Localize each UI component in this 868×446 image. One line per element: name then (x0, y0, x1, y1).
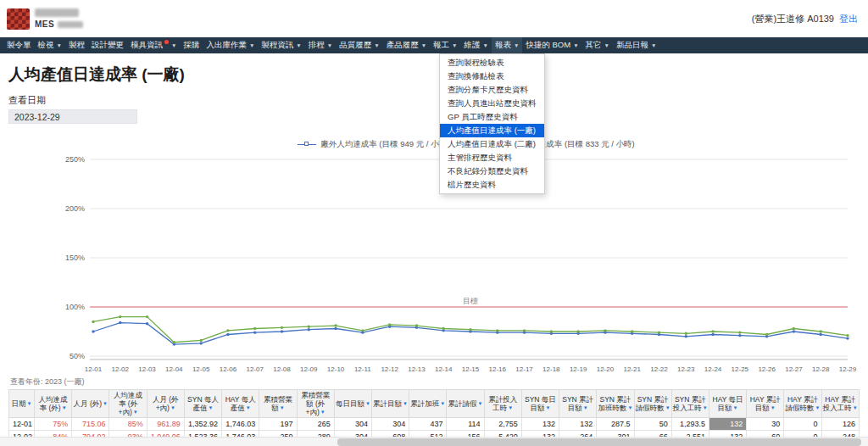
table-block: 查看年份: 2023 (一廠) 日期▼人均達成率 (外)▼人月 (外)▼人均達成… (8, 376, 860, 443)
table-cell: 132 (709, 418, 746, 431)
company-subtext-redacted (58, 21, 83, 28)
logo-icon (7, 8, 30, 30)
svg-text:12-06: 12-06 (220, 365, 237, 373)
nav-item-label: 檢視 (38, 40, 54, 51)
nav-item-其它[interactable]: 其它▼ (582, 37, 613, 53)
chevron-down-icon: ▼ (651, 42, 656, 48)
chart-block: 廠外人均達成率 (目標 949 元 / 小時)廠內外人均達成率 (目標 833 … (8, 139, 860, 375)
column-header[interactable]: HAY 每人產值▼ (222, 390, 259, 418)
column-header[interactable]: 人月 (外)▼ (72, 390, 109, 418)
nav-item-設計變更[interactable]: 設計變更 (88, 37, 127, 53)
dropdown-item[interactable]: 主管排程歷史資料 (440, 151, 544, 164)
table-row: 12-0175%715.0685%961.891,352.921,746.031… (9, 418, 860, 431)
column-header[interactable]: 累計請假▼ (447, 390, 484, 418)
column-header-label: 累積營業額 (外+內) (301, 391, 330, 416)
dropdown-item[interactable]: 不良紀錄分類歷史資料 (440, 164, 544, 178)
column-header[interactable]: SYN 每人產值▼ (184, 390, 221, 418)
nav-item-label: 採購 (183, 40, 199, 51)
dropdown-item[interactable]: 查詢分釐卡尺歷史資料 (440, 83, 544, 97)
table-cell: 287.5 (597, 418, 634, 431)
nav-item-產品履歷[interactable]: 產品履歷▼ (383, 37, 430, 53)
column-header[interactable]: 人均達成率 (外)▼ (35, 390, 72, 418)
legend-item[interactable]: 廠外人均達成率 (目標 949 元 / 小時) (298, 139, 449, 150)
column-header[interactable]: HAY 累計目額▼ (747, 390, 784, 418)
sort-icon: ▼ (27, 401, 32, 406)
nav-item-排程[interactable]: 排程▼ (305, 37, 336, 53)
svg-text:12-28: 12-28 (812, 365, 830, 373)
column-header[interactable]: 累計加班▼ (409, 390, 447, 418)
column-header[interactable]: HAY 累計請假時數▼ (784, 390, 821, 418)
dropdown-item[interactable]: 檔片歷史資料 (440, 178, 544, 192)
column-header[interactable]: SYN 每日目額▼ (521, 390, 559, 418)
nav-item-報表[interactable]: 報表▼ (492, 37, 522, 53)
column-header-label: SYN 每日目額 (525, 395, 556, 412)
dropdown-item[interactable]: 人均產值日達成率 (二廠) (440, 137, 544, 151)
horizontal-scrollbar[interactable] (0, 437, 868, 446)
table-cell: 304 (334, 418, 371, 431)
table-cell: 715.06 (72, 418, 109, 431)
column-header-label: HAY 每人產值 (225, 395, 256, 412)
nav-item-label: 模具資訊 (131, 40, 163, 51)
svg-text:12-12: 12-12 (381, 365, 398, 373)
nav-item-報工[interactable]: 報工▼ (430, 37, 460, 53)
sort-icon: ▼ (627, 405, 632, 410)
table-cell: 85% (109, 418, 147, 431)
scrollbar-thumb[interactable] (337, 438, 861, 446)
svg-text:12-29: 12-29 (839, 365, 857, 373)
nav-item-label: 設計變更 (92, 40, 124, 51)
logout-link[interactable]: 登出 (839, 13, 858, 25)
column-header[interactable]: SYN 累計投入工時▼ (671, 390, 709, 418)
column-header[interactable]: 累計目額▼ (371, 390, 409, 418)
logo[interactable]: MES (7, 8, 83, 30)
svg-text:12-26: 12-26 (758, 365, 776, 373)
nav-item-品質履歷[interactable]: 品質履歷▼ (336, 37, 382, 53)
sort-icon: ▼ (703, 405, 708, 410)
line-chart[interactable]: 50%100%150%200%250%目標12-0112-0212-0312-0… (8, 149, 868, 375)
nav-item-維護[interactable]: 維護▼ (461, 37, 492, 53)
svg-text:12-10: 12-10 (327, 365, 345, 373)
nav-item-新品日報[interactable]: 新品日報▼ (613, 37, 659, 53)
dropdown-item[interactable]: 查詢換修點檢表 (440, 70, 544, 83)
nav-item-入出庫作業[interactable]: 入出庫作業▼ (203, 37, 258, 53)
column-header[interactable]: 累積營業額▼ (259, 390, 297, 418)
svg-text:12-27: 12-27 (785, 365, 803, 373)
svg-text:12-25: 12-25 (732, 365, 749, 373)
date-input[interactable] (8, 109, 137, 124)
sort-icon: ▼ (62, 405, 67, 410)
column-header[interactable]: 人月 (外+內)▼ (147, 390, 184, 418)
nav-item-檢視[interactable]: 檢視▼ (35, 37, 65, 53)
svg-text:100%: 100% (65, 303, 85, 311)
chevron-down-icon: ▼ (604, 42, 609, 48)
column-header-label: 累計加班 (410, 399, 439, 408)
nav-item-製程資訊[interactable]: 製程資訊▼ (258, 37, 304, 53)
nav-item-快捷的-BOM[interactable]: 快捷的 BOM▼ (522, 37, 581, 53)
nav-item-製令單[interactable]: 製令單 (3, 37, 35, 53)
column-header[interactable]: SYN 累計請假時數▼ (634, 390, 671, 418)
svg-text:12-01: 12-01 (85, 365, 103, 373)
nav-item-製程[interactable]: 製程 (65, 37, 88, 53)
column-header[interactable]: HAY 每日目額▼ (709, 390, 746, 418)
nav-item-label: 報工 (433, 40, 449, 51)
table-cell: 75% (35, 418, 72, 431)
dropdown-item[interactable]: 人均產值日達成率 (一廠) (440, 124, 544, 137)
nav-item-模具資訊[interactable]: 模具資訊▼ (127, 37, 180, 53)
dropdown-item[interactable]: 查詢製程檢驗表 (440, 56, 544, 70)
column-header[interactable]: 累計投入工時▼ (484, 390, 521, 418)
column-header[interactable]: 人均達成率 (外+內)▼ (109, 390, 147, 418)
column-header[interactable]: 累積營業額 (外+內)▼ (297, 390, 334, 418)
column-header-label: SYN 累計目額 (562, 395, 593, 412)
nav-item-採購[interactable]: 採購 (180, 37, 203, 53)
chevron-down-icon: ▼ (171, 42, 176, 48)
svg-text:12-04: 12-04 (165, 365, 183, 373)
column-header[interactable]: 日期▼ (9, 390, 35, 418)
table-cell: 114 (447, 418, 484, 431)
column-header[interactable]: 每日目額▼ (334, 390, 371, 418)
column-header[interactable]: SYN 累計加班時數▼ (597, 390, 634, 418)
nav-item-label: 製令單 (7, 40, 31, 51)
mes-label: MES (35, 20, 54, 29)
column-header-label: 人均達成率 (外+內) (114, 391, 142, 416)
dropdown-item[interactable]: GP 員工時歷史資料 (440, 110, 544, 124)
dropdown-item[interactable]: 查詢人員進出站歷史資料 (440, 97, 544, 110)
column-header[interactable]: HAY 累計投入工時▼ (821, 390, 859, 418)
column-header[interactable]: SYN 累計目額▼ (559, 390, 597, 418)
